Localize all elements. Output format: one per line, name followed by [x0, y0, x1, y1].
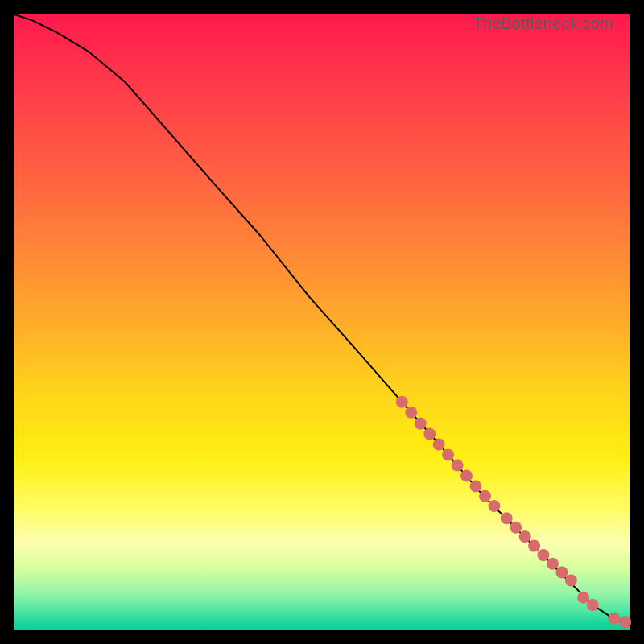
data-point — [547, 558, 559, 570]
data-point — [587, 599, 599, 611]
data-point — [556, 566, 568, 578]
data-point — [415, 418, 427, 430]
data-point — [565, 574, 577, 586]
data-point — [528, 540, 540, 552]
data-point — [479, 490, 491, 502]
data-point — [519, 530, 531, 543]
data-point — [452, 460, 464, 472]
data-point — [510, 522, 522, 534]
data-point — [538, 549, 550, 561]
data-point — [470, 481, 482, 493]
data-point — [423, 428, 436, 440]
chart-overlay — [14, 14, 630, 630]
data-point — [619, 616, 631, 628]
plot-area: TheBottleneck.com — [14, 14, 630, 630]
data-point — [442, 449, 454, 461]
watermark-title: TheBottleneck.com — [473, 14, 613, 33]
data-point — [608, 613, 620, 625]
data-point — [433, 439, 445, 451]
data-point — [501, 512, 513, 524]
data-point — [488, 500, 500, 512]
figure-frame: TheBottleneck.com — [0, 0, 644, 644]
data-point — [396, 396, 408, 408]
data-point — [405, 407, 417, 419]
curve-line — [14, 14, 630, 623]
data-point — [460, 470, 473, 482]
